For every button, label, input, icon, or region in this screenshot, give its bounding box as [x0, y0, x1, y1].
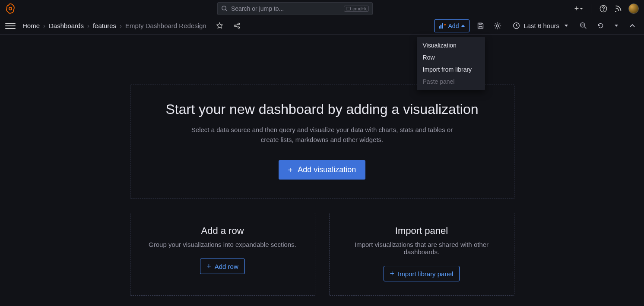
breadcrumb-home[interactable]: Home [22, 22, 40, 29]
dropdown-item-row[interactable]: Row [417, 51, 485, 63]
refresh-interval-dropdown[interactable] [611, 19, 622, 32]
svg-point-8 [238, 27, 240, 28]
search-icon [221, 5, 228, 12]
user-avatar[interactable] [628, 3, 639, 14]
plus-icon: + [390, 270, 395, 278]
dropdown-item-import-library[interactable]: Import from library [417, 63, 485, 76]
save-icon[interactable] [474, 19, 487, 32]
import-library-panel-button[interactable]: + Import library panel [384, 266, 460, 281]
svg-point-18 [497, 25, 499, 27]
svg-line-10 [236, 26, 238, 27]
add-button[interactable]: Add [434, 19, 470, 32]
chevron-up-icon [461, 25, 465, 27]
global-search-input[interactable]: Search or jump to... cmd+k [217, 2, 373, 15]
dropdown-item-visualization[interactable]: Visualization [417, 39, 485, 51]
share-icon[interactable] [231, 19, 244, 32]
dropdown-item-paste-panel: Paste panel [417, 76, 485, 88]
refresh-icon[interactable] [594, 19, 607, 32]
panel-add-icon [439, 23, 446, 29]
search-placeholder: Search or jump to... [231, 5, 284, 12]
svg-point-6 [235, 25, 236, 27]
empty-state-hero: Start your new dashboard by adding a vis… [130, 85, 514, 199]
dashboard-canvas: Start your new dashboard by adding a vis… [0, 35, 644, 296]
collapse-panel-icon[interactable] [626, 19, 639, 32]
import-panel-card: Import panel Import visualizations that … [329, 213, 514, 296]
card-title: Add a row [141, 225, 305, 237]
card-title: Import panel [340, 225, 504, 237]
svg-line-9 [236, 24, 238, 25]
hero-subtitle: Select a data source and then query and … [188, 125, 456, 145]
zoom-out-icon[interactable] [577, 19, 590, 32]
page-toolbar: Home › Dashboards › features › Empty Das… [0, 17, 644, 35]
card-subtitle: Import visualizations that are shared wi… [340, 241, 504, 256]
plus-icon: + [288, 166, 293, 174]
svg-rect-13 [442, 23, 443, 28]
breadcrumb-dashboards[interactable]: Dashboards [49, 22, 84, 29]
search-shortcut: cmd+k [344, 6, 369, 12]
svg-point-7 [238, 23, 240, 25]
divider [591, 4, 591, 13]
svg-rect-16 [479, 26, 482, 28]
star-icon[interactable] [213, 19, 226, 32]
help-icon[interactable] [599, 4, 608, 13]
breadcrumb-current: Empty Dashboard Redesign [125, 22, 206, 29]
hero-title: Start your new dashboard by adding a vis… [148, 101, 497, 117]
svg-rect-12 [440, 25, 441, 28]
add-visualization-button[interactable]: + Add visualization [279, 160, 366, 180]
add-dropdown: Visualization Row Import from library Pa… [417, 37, 485, 90]
svg-point-0 [9, 7, 12, 9]
svg-line-2 [225, 9, 227, 11]
clock-icon [513, 22, 520, 29]
breadcrumb-features[interactable]: features [93, 22, 116, 29]
add-row-button[interactable]: + Add row [200, 259, 245, 274]
settings-icon[interactable] [491, 19, 504, 32]
card-subtitle: Group your visualizations into expandabl… [141, 241, 305, 248]
add-row-card: Add a row Group your visualizations into… [130, 213, 315, 296]
grafana-logo[interactable] [5, 3, 16, 14]
svg-rect-11 [439, 26, 440, 28]
svg-point-5 [603, 10, 604, 11]
svg-point-1 [222, 6, 226, 10]
menu-toggle-button[interactable] [5, 23, 16, 29]
svg-line-22 [584, 27, 586, 28]
chevron-down-icon [565, 25, 568, 27]
rss-icon[interactable] [614, 4, 622, 13]
top-bar: Search or jump to... cmd+k + [0, 0, 644, 17]
svg-rect-3 [346, 7, 351, 10]
time-range-button[interactable]: Last 6 hours [508, 19, 572, 32]
svg-rect-17 [479, 23, 481, 25]
breadcrumb: Home › Dashboards › features › Empty Das… [22, 22, 206, 29]
plus-icon: + [206, 262, 211, 270]
create-new-button[interactable]: + [574, 4, 583, 13]
